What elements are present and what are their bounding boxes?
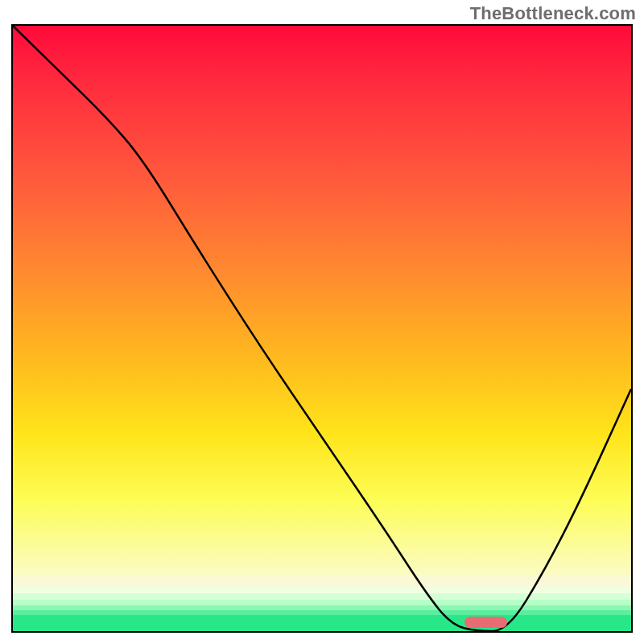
optimal-range-marker <box>464 617 508 628</box>
curve-svg <box>13 26 631 631</box>
bottleneck-chart: TheBottleneck.com <box>0 0 644 644</box>
plot-area <box>11 24 633 633</box>
watermark-text: TheBottleneck.com <box>470 3 636 24</box>
bottleneck-curve-path <box>13 26 631 631</box>
